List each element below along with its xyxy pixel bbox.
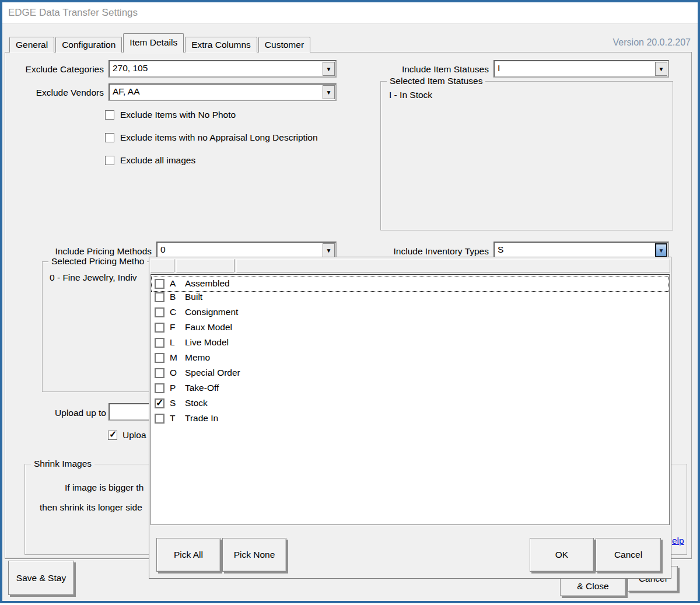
dropdown-arrow-icon[interactable] bbox=[655, 243, 667, 257]
type-code: T bbox=[170, 413, 175, 424]
exclude-no-appraisal-checkbox[interactable] bbox=[105, 133, 114, 142]
checkbox-icon[interactable] bbox=[155, 338, 164, 348]
checkbox-icon[interactable] bbox=[155, 307, 164, 317]
exclude-categories-combo[interactable]: 270, 105 bbox=[108, 60, 337, 78]
checkbox-icon[interactable] bbox=[155, 414, 164, 424]
popup-header-cell bbox=[150, 259, 174, 272]
checkbox-icon[interactable] bbox=[155, 353, 164, 363]
dropdown-arrow-icon[interactable] bbox=[655, 62, 667, 76]
save-and-stay-button[interactable]: Save & Stay bbox=[8, 561, 74, 595]
inventory-type-row[interactable]: O Special Order bbox=[151, 366, 669, 381]
type-name: Memo bbox=[185, 352, 210, 363]
checkbox-icon[interactable] bbox=[155, 368, 164, 378]
popup-cancel-button[interactable]: Cancel bbox=[596, 538, 661, 572]
inventory-type-row[interactable]: S Stock bbox=[151, 396, 669, 411]
inventory-type-row[interactable]: M Memo bbox=[151, 351, 669, 366]
tab-bar: General Configuration Item Details Extra… bbox=[9, 33, 310, 53]
exclude-vendors-combo[interactable]: AF, AA bbox=[108, 83, 337, 101]
tab-general[interactable]: General bbox=[9, 37, 54, 53]
inventory-types-popup: A Assembled B Built C Consignment F Faux… bbox=[149, 257, 671, 579]
selected-pricing-methods-title: Selected Pricing Metho bbox=[48, 256, 147, 267]
dialog-window: EDGE Data Transfer Settings Version 20.0… bbox=[0, 0, 700, 603]
exclude-vendors-value: AF, AA bbox=[113, 86, 140, 97]
selected-pricing-method-entry: 0 - Fine Jewelry, Indiv bbox=[50, 272, 137, 283]
include-item-statuses-label: Include Item Statuses bbox=[379, 64, 489, 75]
upload-checkbox[interactable] bbox=[108, 431, 117, 440]
type-name: Live Model bbox=[185, 337, 229, 348]
type-name: Special Order bbox=[185, 368, 240, 378]
type-code: O bbox=[170, 368, 177, 378]
window-title: EDGE Data Transfer Settings bbox=[8, 7, 138, 19]
type-name: Built bbox=[185, 292, 202, 302]
exclude-no-photo-label: Exclude Items with No Photo bbox=[120, 110, 236, 120]
inventory-type-row[interactable]: B Built bbox=[151, 290, 669, 305]
shrink-images-line2: then shrink its longer side bbox=[40, 502, 142, 513]
tab-configuration[interactable]: Configuration bbox=[55, 37, 122, 53]
selected-item-status-entry: I - In Stock bbox=[389, 90, 432, 100]
inventory-type-row[interactable]: C Consignment bbox=[151, 305, 669, 320]
popup-header-cell bbox=[176, 259, 235, 272]
popup-header-cell bbox=[236, 259, 670, 272]
type-name: Stock bbox=[185, 398, 208, 408]
dropdown-arrow-icon[interactable] bbox=[323, 243, 335, 257]
shrink-images-line1: If image is bigger th bbox=[65, 482, 144, 493]
exclude-no-photo-checkbox[interactable] bbox=[105, 110, 114, 120]
checkbox-icon[interactable] bbox=[155, 279, 164, 289]
include-inventory-types-label: Include Inventory Types bbox=[379, 246, 489, 257]
type-code: M bbox=[170, 352, 177, 363]
type-code: L bbox=[170, 337, 175, 348]
checkbox-icon[interactable] bbox=[155, 398, 164, 408]
pick-all-button[interactable]: Pick All bbox=[156, 538, 220, 572]
dropdown-arrow-icon[interactable] bbox=[323, 85, 335, 99]
type-name: Consignment bbox=[185, 307, 238, 317]
include-pricing-methods-label: Include Pricing Methods bbox=[47, 246, 152, 257]
type-name: Trade In bbox=[185, 413, 218, 424]
inventory-type-row[interactable]: T Trade In bbox=[151, 411, 669, 426]
type-name: Take-Off bbox=[185, 383, 219, 393]
exclude-vendors-label: Exclude Vendors bbox=[0, 88, 104, 98]
exclude-all-images-checkbox[interactable] bbox=[105, 156, 114, 165]
inventory-type-row[interactable]: L Live Model bbox=[151, 335, 669, 351]
upload-checkbox-label: Uploa bbox=[123, 430, 146, 440]
checkbox-icon[interactable] bbox=[155, 292, 164, 302]
type-code: P bbox=[170, 383, 176, 393]
inventory-type-row[interactable]: P Take-Off bbox=[151, 381, 669, 396]
pick-none-button[interactable]: Pick None bbox=[222, 538, 286, 572]
tab-extra-columns[interactable]: Extra Columns bbox=[185, 37, 257, 53]
inventory-type-list: A Assembled B Built C Consignment F Faux… bbox=[150, 274, 670, 525]
type-code: S bbox=[170, 398, 176, 408]
type-name: Assembled bbox=[185, 278, 230, 289]
type-name: Faux Model bbox=[185, 322, 232, 333]
upload-up-to-label: Upload up to bbox=[35, 408, 106, 418]
exclude-categories-label: Exclude Categories bbox=[0, 64, 104, 75]
save-and-close-button[interactable]: & Close bbox=[560, 576, 626, 596]
title-bar: EDGE Data Transfer Settings bbox=[2, 2, 698, 24]
selected-item-statuses-title: Selected Item Statuses bbox=[387, 76, 485, 86]
checkbox-icon[interactable] bbox=[155, 383, 164, 393]
help-link[interactable]: elp bbox=[672, 536, 684, 546]
checkbox-icon[interactable] bbox=[155, 323, 164, 333]
exclude-no-appraisal-label: Exclude items with no Appraisal Long Des… bbox=[120, 132, 318, 143]
type-code: F bbox=[170, 322, 175, 333]
exclude-categories-value: 270, 105 bbox=[113, 63, 148, 74]
tab-item-details[interactable]: Item Details bbox=[123, 33, 184, 53]
ok-button[interactable]: OK bbox=[530, 538, 594, 572]
include-pricing-methods-value: 0 bbox=[160, 244, 166, 255]
selected-item-statuses-group: Selected Item Statuses I - In Stock bbox=[380, 81, 673, 230]
shrink-images-title: Shrink Images bbox=[31, 459, 94, 469]
include-item-statuses-value: I bbox=[498, 63, 500, 74]
version-label: Version 20.0.2.207 bbox=[613, 37, 691, 48]
inventory-type-row[interactable]: F Faux Model bbox=[151, 320, 669, 335]
type-code: B bbox=[170, 292, 176, 302]
include-item-statuses-combo[interactable]: I bbox=[494, 60, 669, 78]
type-code: A bbox=[170, 278, 176, 289]
exclude-all-images-label: Exclude all images bbox=[120, 155, 195, 166]
tab-customer[interactable]: Customer bbox=[258, 37, 310, 53]
type-code: C bbox=[170, 307, 176, 317]
include-inventory-types-value: S bbox=[498, 244, 503, 255]
dropdown-arrow-icon[interactable] bbox=[323, 62, 335, 76]
